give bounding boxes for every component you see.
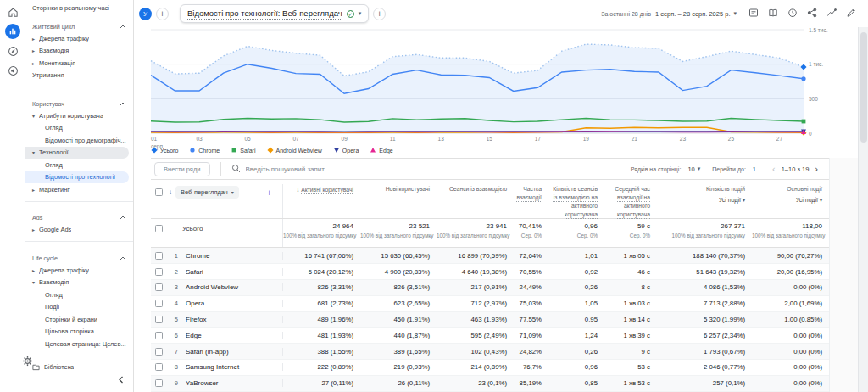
totals-checkbox[interactable] bbox=[155, 225, 163, 232]
add-metric-button[interactable]: + bbox=[267, 188, 272, 198]
metric-event-filter[interactable]: Усі події▾ bbox=[657, 196, 745, 204]
explore-icon[interactable] bbox=[5, 43, 20, 59]
sidebar-item-landing-page[interactable]: Цільова сторінка bbox=[25, 326, 133, 339]
sidebar-item-label: Відомості про технології bbox=[45, 173, 115, 181]
legend-item[interactable]: Edge bbox=[370, 147, 392, 154]
next-page-icon[interactable]: › bbox=[810, 165, 822, 174]
row-checkbox[interactable] bbox=[155, 268, 163, 276]
sidebar-item-ua-overview[interactable]: Огляд bbox=[25, 122, 133, 135]
sidebar-item-engagement-2[interactable]: ▾Взаємодія bbox=[25, 277, 133, 289]
select-all-checkbox[interactable] bbox=[155, 188, 163, 196]
sidebar-item-google-ads[interactable]: ▸Google Ads bbox=[25, 224, 133, 237]
admin-gear-icon[interactable] bbox=[22, 355, 33, 370]
legend-item[interactable]: Chrome bbox=[189, 147, 220, 154]
sidebar-item-tech[interactable]: ▾Технології bbox=[25, 147, 129, 160]
report-title-chip[interactable]: Відомості про технології: Веб-переглядач… bbox=[180, 4, 369, 23]
row-checkbox[interactable] bbox=[155, 283, 163, 291]
legend-item[interactable]: Opera bbox=[333, 147, 359, 154]
comparison-avatar[interactable]: У bbox=[139, 8, 152, 20]
sidebar-item-landing-page-ru[interactable]: Целевая страница: Целев... bbox=[25, 338, 133, 350]
expanded-arrow-icon[interactable]: ▾ bbox=[32, 113, 39, 119]
plot-rows-button[interactable]: Внести ряди bbox=[154, 162, 210, 176]
row-checkbox[interactable] bbox=[155, 332, 163, 339]
dimension-selector[interactable]: Веб-переглядач▾ bbox=[175, 186, 239, 199]
metric-event-filter[interactable]: Усі події▾ bbox=[752, 196, 822, 204]
row-checkbox[interactable] bbox=[155, 300, 163, 307]
sidebar-item-realtime-pages[interactable]: Сторінки в реальному часі bbox=[25, 0, 133, 15]
section-collapse-icon[interactable] bbox=[120, 256, 126, 260]
reports-icon[interactable] bbox=[5, 24, 20, 39]
column-header-engagement-rate[interactable]: Частка взаємодії bbox=[514, 184, 548, 218]
rows-per-page-caret-icon[interactable]: ▾ bbox=[698, 165, 701, 172]
collapsed-arrow-icon[interactable]: ▸ bbox=[32, 48, 39, 53]
add-comparison-button[interactable]: + bbox=[156, 8, 169, 20]
sidebar-item-marketing[interactable]: ▸Маркетинг bbox=[25, 183, 133, 196]
collapsed-arrow-icon[interactable]: ▸ bbox=[32, 227, 39, 232]
controls-divider bbox=[220, 162, 221, 176]
column-header-new-users[interactable]: Нові користувачі bbox=[360, 184, 437, 218]
row-checkbox[interactable] bbox=[155, 316, 163, 323]
home-icon[interactable] bbox=[5, 4, 20, 20]
edit-icon[interactable] bbox=[846, 6, 856, 21]
column-header-key-events[interactable]: Основні подіїУсі події▾ bbox=[752, 184, 829, 218]
column-header-event-count[interactable]: Кількість подійУсі події▾ bbox=[657, 184, 752, 218]
section-collapse-icon[interactable] bbox=[120, 102, 126, 106]
add-report-tab-button[interactable]: + bbox=[373, 8, 386, 20]
sort-desc-icon: ↓ bbox=[296, 185, 299, 195]
column-header-engaged-sessions[interactable]: Сеанси із взаємодією bbox=[437, 184, 514, 218]
note-icon[interactable] bbox=[748, 6, 759, 21]
prev-page-icon[interactable]: ‹ bbox=[768, 165, 780, 174]
expanded-arrow-icon[interactable]: ▾ bbox=[32, 149, 39, 155]
title-caret-icon[interactable]: ▾ bbox=[359, 10, 362, 17]
date-range-selector[interactable]: 1 серп. – 28 серп. 2025 р. bbox=[655, 10, 731, 18]
legend-item[interactable]: Усього bbox=[151, 147, 178, 154]
sidebar-item-traffic-acquisition-2[interactable]: ▸Джерела трафіку bbox=[25, 264, 133, 277]
date-caret-icon[interactable]: ▾ bbox=[733, 10, 737, 17]
sidebar-item-library[interactable]: Бібліотека bbox=[25, 361, 133, 374]
row-checkbox[interactable] bbox=[155, 252, 163, 260]
sidebar-item-traffic-acquisition[interactable]: ▸Джерела трафіку bbox=[25, 32, 133, 45]
collapsed-arrow-icon[interactable]: ▸ bbox=[32, 267, 39, 273]
clock-icon[interactable] bbox=[787, 6, 798, 21]
row-checkbox[interactable] bbox=[155, 348, 163, 356]
sidebar-item-tech-details[interactable]: Відомості про технології bbox=[25, 171, 129, 184]
column-header-active-users[interactable]: ↓Активні користувачі bbox=[282, 184, 360, 218]
column-header-avg-engagement-time[interactable]: Середній час взаємодії на активного кори… bbox=[604, 184, 657, 218]
sidebar-item-retention[interactable]: Утримання bbox=[25, 70, 133, 82]
sidebar-item-pages-screens[interactable]: Сторінки й екрани bbox=[25, 313, 133, 326]
row-cell-avg-engagement-time: 53 с bbox=[604, 363, 657, 371]
sidebar-item-engagement[interactable]: ▸Взаємодія bbox=[25, 45, 133, 58]
search-input[interactable] bbox=[246, 165, 432, 173]
collapsed-arrow-icon[interactable]: ▸ bbox=[32, 36, 39, 42]
row-cell-event-count: 2 046 (0,77%) bbox=[657, 363, 752, 371]
advertising-icon[interactable] bbox=[5, 63, 20, 78]
sidebar-item-user-attributes[interactable]: ▾Атрибути користувача bbox=[25, 109, 133, 122]
sidebar-item-events[interactable]: Події bbox=[25, 301, 133, 314]
collapsed-arrow-icon[interactable]: ▸ bbox=[32, 187, 39, 193]
sidebar-item-eng-overview[interactable]: Огляд bbox=[25, 288, 133, 301]
share-icon[interactable] bbox=[807, 6, 817, 21]
expanded-arrow-icon[interactable]: ▾ bbox=[32, 279, 39, 285]
row-checkbox[interactable] bbox=[155, 363, 163, 371]
scrollbar-thumb[interactable] bbox=[860, 32, 867, 143]
collapse-nav-icon[interactable] bbox=[118, 372, 125, 387]
row-checkbox[interactable] bbox=[155, 379, 163, 387]
collapsed-arrow-icon[interactable]: ▸ bbox=[32, 60, 39, 66]
dimension-label: Веб-переглядач bbox=[181, 188, 228, 196]
page-scrollbar[interactable] bbox=[858, 27, 868, 392]
browser-name: Firefox bbox=[186, 316, 206, 323]
pagination-range: 1–10 з 19 bbox=[782, 165, 810, 173]
legend-item[interactable]: Safari bbox=[231, 147, 255, 154]
library-icon[interactable] bbox=[768, 6, 778, 21]
section-collapse-icon[interactable] bbox=[120, 25, 126, 29]
rows-per-page-value[interactable]: 10 bbox=[687, 165, 694, 173]
insights-icon[interactable] bbox=[826, 6, 837, 21]
sidebar-item-monetization[interactable]: ▸Монетизація bbox=[25, 57, 133, 70]
section-collapse-icon[interactable] bbox=[120, 216, 126, 220]
sidebar-item-tech-overview[interactable]: Огляд bbox=[25, 159, 133, 171]
legend-item[interactable]: Android Webview bbox=[267, 147, 322, 154]
goto-page-value[interactable]: 1 bbox=[753, 165, 756, 173]
sidebar-item-demographic-details[interactable]: Відомості про демографіч... bbox=[25, 134, 133, 147]
column-header-engaged-sessions-per-user[interactable]: Кількість сеансів із взаємодією на актив… bbox=[548, 184, 604, 218]
line-chart-canvas[interactable] bbox=[151, 30, 804, 133]
